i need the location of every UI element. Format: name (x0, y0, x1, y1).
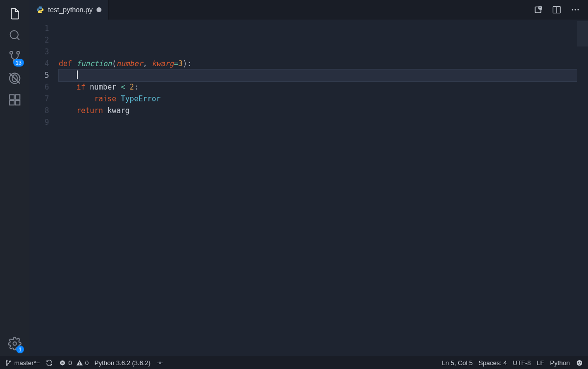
encoding-indicator[interactable]: UTF-8 (513, 359, 531, 367)
tab-label: test_python.py (48, 6, 93, 14)
code-line[interactable] (59, 69, 577, 81)
search-icon[interactable] (6, 26, 24, 44)
git-commit-icon[interactable] (156, 359, 164, 367)
svg-rect-6 (10, 95, 14, 99)
source-control-icon[interactable]: 13 (6, 48, 24, 66)
svg-point-0 (10, 31, 18, 39)
svg-rect-9 (15, 95, 20, 99)
line-number: 3 (29, 46, 59, 58)
eol-indicator[interactable]: LF (537, 359, 544, 367)
line-number-gutter: 123456789 (29, 20, 59, 356)
open-changes-icon[interactable] (531, 3, 545, 17)
svg-point-25 (578, 362, 579, 363)
scm-badge: 13 (13, 59, 24, 67)
minimap-viewport[interactable] (577, 21, 588, 46)
code-area[interactable]: def function(number, kwarg=3): if number… (59, 20, 577, 356)
svg-point-24 (577, 360, 582, 365)
code-line[interactable] (59, 34, 577, 46)
line-number: 7 (29, 93, 59, 105)
line-number: 9 (29, 116, 59, 128)
svg-point-16 (575, 9, 576, 11)
activity-bar: 13 1 (0, 0, 29, 356)
explorer-icon[interactable] (6, 5, 24, 23)
svg-point-2 (17, 51, 20, 54)
code-line[interactable] (59, 46, 577, 58)
svg-point-15 (572, 9, 573, 11)
settings-badge: 1 (16, 346, 24, 353)
cursor-position[interactable]: Ln 5, Col 5 (442, 359, 473, 367)
sync-button[interactable] (46, 359, 53, 367)
branch-indicator[interactable]: master*+ (5, 359, 40, 367)
error-count: 0 (68, 359, 72, 367)
more-actions-icon[interactable] (568, 3, 582, 17)
svg-point-26 (580, 362, 581, 363)
status-bar: master*+ 0 0 Python 3.6.2 (3.6.2) Ln 5, … (0, 356, 588, 369)
branch-name: master*+ (14, 359, 40, 367)
minimap[interactable] (577, 20, 588, 356)
debug-disabled-icon[interactable] (6, 69, 24, 87)
extensions-icon[interactable] (6, 91, 24, 109)
svg-point-17 (577, 9, 579, 11)
tab-bar: test_python.py (29, 0, 588, 20)
svg-point-20 (9, 361, 11, 362)
svg-point-23 (159, 362, 161, 364)
problems-indicator[interactable]: 0 0 (59, 359, 88, 367)
line-number: 6 (29, 81, 59, 93)
line-number: 5 (29, 69, 59, 81)
editor[interactable]: 123456789 def function(number, kwarg=3):… (29, 20, 588, 356)
svg-rect-8 (15, 100, 20, 105)
code-line[interactable]: def function(number, kwarg=3): (59, 58, 577, 69)
svg-point-19 (6, 364, 8, 366)
svg-point-1 (10, 51, 13, 54)
split-editor-icon[interactable] (550, 3, 564, 17)
dirty-indicator-icon (97, 7, 101, 12)
settings-gear-icon[interactable]: 1 (6, 335, 24, 352)
code-line[interactable]: raise TypeError (59, 93, 577, 105)
indentation-indicator[interactable]: Spaces: 4 (479, 359, 507, 367)
feedback-icon[interactable] (576, 359, 583, 367)
editor-actions (531, 0, 588, 20)
code-line[interactable] (59, 23, 577, 34)
line-number: 8 (29, 105, 59, 116)
svg-rect-7 (10, 100, 14, 105)
line-number: 2 (29, 34, 59, 46)
code-line[interactable]: return kwarg (59, 105, 577, 116)
tab-file[interactable]: test_python.py (29, 0, 109, 20)
svg-point-10 (13, 342, 17, 346)
code-line[interactable] (59, 116, 577, 128)
language-mode[interactable]: Python (550, 359, 570, 367)
code-line[interactable]: if number < 2: (59, 81, 577, 93)
warning-count: 0 (85, 359, 89, 367)
python-file-icon (36, 6, 44, 14)
text-cursor (77, 70, 78, 79)
svg-point-22 (79, 364, 80, 365)
svg-point-18 (6, 360, 8, 361)
line-number: 4 (29, 58, 59, 69)
interpreter-indicator[interactable]: Python 3.6.2 (3.6.2) (95, 359, 150, 367)
line-number: 1 (29, 23, 59, 34)
interpreter-label: Python 3.6.2 (3.6.2) (95, 359, 150, 367)
